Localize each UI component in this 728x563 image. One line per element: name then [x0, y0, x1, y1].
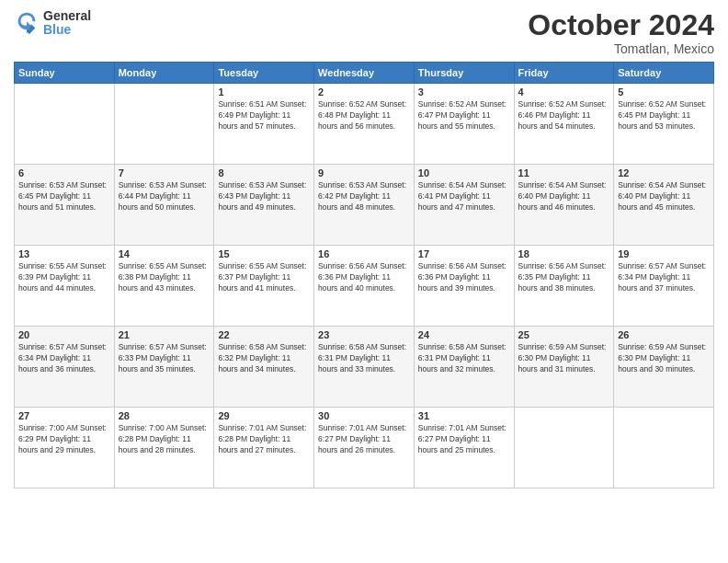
- calendar-cell: 12Sunrise: 6:54 AM Sunset: 6:40 PM Dayli…: [614, 165, 714, 246]
- calendar-cell: 4Sunrise: 6:52 AM Sunset: 6:46 PM Daylig…: [514, 84, 614, 165]
- day-number: 8: [218, 167, 310, 178]
- calendar-cell: 30Sunrise: 7:01 AM Sunset: 6:27 PM Dayli…: [314, 408, 415, 488]
- day-info: Sunrise: 6:52 AM Sunset: 6:47 PM Dayligh…: [418, 99, 510, 132]
- calendar-week-row: 6Sunrise: 6:53 AM Sunset: 6:45 PM Daylig…: [15, 165, 714, 246]
- day-number: 31: [418, 410, 510, 421]
- day-info: Sunrise: 6:54 AM Sunset: 6:40 PM Dayligh…: [618, 180, 710, 213]
- day-number: 28: [119, 410, 210, 421]
- day-info: Sunrise: 6:58 AM Sunset: 6:31 PM Dayligh…: [418, 342, 510, 375]
- weekday-header: Monday: [114, 63, 214, 84]
- calendar-cell: 27Sunrise: 7:00 AM Sunset: 6:29 PM Dayli…: [15, 408, 115, 488]
- calendar-cell: 16Sunrise: 6:56 AM Sunset: 6:36 PM Dayli…: [314, 246, 415, 327]
- day-number: 1: [218, 86, 310, 98]
- calendar-cell: 31Sunrise: 7:01 AM Sunset: 6:27 PM Dayli…: [414, 408, 514, 488]
- day-number: 19: [618, 248, 710, 259]
- day-info: Sunrise: 6:59 AM Sunset: 6:30 PM Dayligh…: [518, 342, 610, 375]
- calendar-cell: [15, 84, 115, 165]
- day-info: Sunrise: 6:52 AM Sunset: 6:48 PM Dayligh…: [318, 99, 410, 132]
- calendar-cell: 26Sunrise: 6:59 AM Sunset: 6:30 PM Dayli…: [614, 327, 714, 408]
- day-number: 24: [418, 329, 510, 340]
- calendar: SundayMondayTuesdayWednesdayThursdayFrid…: [14, 62, 714, 488]
- day-info: Sunrise: 6:54 AM Sunset: 6:41 PM Dayligh…: [418, 180, 510, 213]
- calendar-cell: 20Sunrise: 6:57 AM Sunset: 6:34 PM Dayli…: [15, 327, 115, 408]
- day-number: 16: [318, 248, 410, 259]
- day-number: 20: [18, 329, 110, 340]
- calendar-cell: [514, 408, 614, 488]
- calendar-cell: 2Sunrise: 6:52 AM Sunset: 6:48 PM Daylig…: [314, 84, 415, 165]
- weekday-header: Thursday: [414, 63, 514, 84]
- day-info: Sunrise: 6:52 AM Sunset: 6:45 PM Dayligh…: [618, 99, 710, 132]
- calendar-body: 1Sunrise: 6:51 AM Sunset: 6:49 PM Daylig…: [15, 84, 714, 488]
- day-info: Sunrise: 7:00 AM Sunset: 6:28 PM Dayligh…: [119, 423, 210, 456]
- logo-general: General: [43, 9, 91, 23]
- day-number: 3: [418, 86, 510, 98]
- day-number: 25: [518, 329, 610, 340]
- calendar-cell: 21Sunrise: 6:57 AM Sunset: 6:33 PM Dayli…: [114, 327, 214, 408]
- calendar-cell: 9Sunrise: 6:53 AM Sunset: 6:42 PM Daylig…: [314, 165, 415, 246]
- logo-icon: [14, 10, 40, 36]
- calendar-cell: 25Sunrise: 6:59 AM Sunset: 6:30 PM Dayli…: [514, 327, 614, 408]
- day-info: Sunrise: 6:57 AM Sunset: 6:33 PM Dayligh…: [119, 342, 210, 375]
- day-number: 29: [218, 410, 310, 421]
- logo: General Blue: [14, 9, 91, 38]
- day-info: Sunrise: 7:00 AM Sunset: 6:29 PM Dayligh…: [18, 423, 110, 456]
- day-info: Sunrise: 6:57 AM Sunset: 6:34 PM Dayligh…: [618, 261, 710, 294]
- day-info: Sunrise: 6:53 AM Sunset: 6:42 PM Dayligh…: [318, 180, 410, 213]
- logo-text: General Blue: [43, 9, 91, 38]
- day-number: 6: [18, 167, 110, 178]
- calendar-cell: 19Sunrise: 6:57 AM Sunset: 6:34 PM Dayli…: [614, 246, 714, 327]
- day-info: Sunrise: 7:01 AM Sunset: 6:27 PM Dayligh…: [318, 423, 410, 456]
- calendar-cell: 6Sunrise: 6:53 AM Sunset: 6:45 PM Daylig…: [15, 165, 115, 246]
- weekday-header-row: SundayMondayTuesdayWednesdayThursdayFrid…: [15, 63, 714, 84]
- location: Tomatlan, Mexico: [528, 41, 714, 56]
- day-info: Sunrise: 6:52 AM Sunset: 6:46 PM Dayligh…: [518, 99, 610, 132]
- day-info: Sunrise: 6:53 AM Sunset: 6:44 PM Dayligh…: [119, 180, 210, 213]
- calendar-cell: [114, 84, 214, 165]
- calendar-cell: 13Sunrise: 6:55 AM Sunset: 6:39 PM Dayli…: [15, 246, 115, 327]
- day-number: 4: [518, 86, 610, 98]
- day-number: 30: [318, 410, 410, 421]
- day-number: 15: [218, 248, 310, 259]
- weekday-header: Friday: [514, 63, 614, 84]
- day-info: Sunrise: 6:55 AM Sunset: 6:38 PM Dayligh…: [119, 261, 210, 294]
- calendar-cell: 22Sunrise: 6:58 AM Sunset: 6:32 PM Dayli…: [214, 327, 314, 408]
- header: General Blue October 2024 Tomatlan, Mexi…: [14, 9, 714, 56]
- day-number: 18: [518, 248, 610, 259]
- calendar-cell: 29Sunrise: 7:01 AM Sunset: 6:28 PM Dayli…: [214, 408, 314, 488]
- calendar-cell: 23Sunrise: 6:58 AM Sunset: 6:31 PM Dayli…: [314, 327, 415, 408]
- logo-blue: Blue: [43, 23, 91, 37]
- day-number: 9: [318, 167, 410, 178]
- calendar-cell: 17Sunrise: 6:56 AM Sunset: 6:36 PM Dayli…: [414, 246, 514, 327]
- page: General Blue October 2024 Tomatlan, Mexi…: [0, 0, 728, 563]
- day-info: Sunrise: 6:55 AM Sunset: 6:39 PM Dayligh…: [18, 261, 110, 294]
- day-info: Sunrise: 6:58 AM Sunset: 6:31 PM Dayligh…: [318, 342, 410, 375]
- calendar-cell: 24Sunrise: 6:58 AM Sunset: 6:31 PM Dayli…: [414, 327, 514, 408]
- day-info: Sunrise: 7:01 AM Sunset: 6:28 PM Dayligh…: [218, 423, 310, 456]
- calendar-cell: 14Sunrise: 6:55 AM Sunset: 6:38 PM Dayli…: [114, 246, 214, 327]
- day-number: 22: [218, 329, 310, 340]
- day-number: 10: [418, 167, 510, 178]
- day-info: Sunrise: 6:56 AM Sunset: 6:36 PM Dayligh…: [418, 261, 510, 294]
- calendar-cell: 5Sunrise: 6:52 AM Sunset: 6:45 PM Daylig…: [614, 84, 714, 165]
- day-info: Sunrise: 6:56 AM Sunset: 6:35 PM Dayligh…: [518, 261, 610, 294]
- day-number: 5: [618, 86, 710, 98]
- day-number: 7: [119, 167, 210, 178]
- weekday-header: Sunday: [15, 63, 115, 84]
- day-info: Sunrise: 6:56 AM Sunset: 6:36 PM Dayligh…: [318, 261, 410, 294]
- calendar-header: SundayMondayTuesdayWednesdayThursdayFrid…: [15, 63, 714, 84]
- calendar-week-row: 13Sunrise: 6:55 AM Sunset: 6:39 PM Dayli…: [15, 246, 714, 327]
- calendar-cell: 7Sunrise: 6:53 AM Sunset: 6:44 PM Daylig…: [114, 165, 214, 246]
- calendar-week-row: 27Sunrise: 7:00 AM Sunset: 6:29 PM Dayli…: [15, 408, 714, 488]
- day-number: 23: [318, 329, 410, 340]
- calendar-cell: 11Sunrise: 6:54 AM Sunset: 6:40 PM Dayli…: [514, 165, 614, 246]
- day-number: 14: [119, 248, 210, 259]
- day-number: 26: [618, 329, 710, 340]
- day-number: 17: [418, 248, 510, 259]
- calendar-cell: 8Sunrise: 6:53 AM Sunset: 6:43 PM Daylig…: [214, 165, 314, 246]
- day-info: Sunrise: 6:54 AM Sunset: 6:40 PM Dayligh…: [518, 180, 610, 213]
- calendar-cell: 15Sunrise: 6:55 AM Sunset: 6:37 PM Dayli…: [214, 246, 314, 327]
- day-info: Sunrise: 6:57 AM Sunset: 6:34 PM Dayligh…: [18, 342, 110, 375]
- day-info: Sunrise: 6:59 AM Sunset: 6:30 PM Dayligh…: [618, 342, 710, 375]
- day-info: Sunrise: 7:01 AM Sunset: 6:27 PM Dayligh…: [418, 423, 510, 456]
- day-info: Sunrise: 6:51 AM Sunset: 6:49 PM Dayligh…: [218, 99, 310, 132]
